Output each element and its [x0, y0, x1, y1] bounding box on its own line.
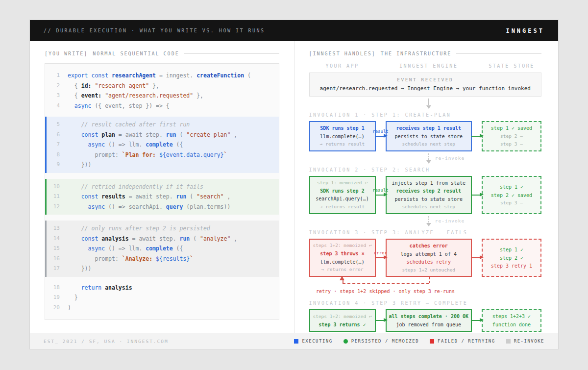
code-line: 4 async ({ event, step }) => { [47, 101, 279, 111]
code-text: async () => searchApi. query (plan.terms… [68, 202, 230, 212]
column-headers: YOUR APP INNGEST ENGINE STATE STORE [309, 63, 542, 69]
legend-swatch-icon [430, 339, 434, 344]
invocation-row: steps 1+2: memoized ↩step 3 throws ×llm.… [309, 239, 542, 277]
engine-box: receives step 1 resultpersists to state … [386, 121, 472, 151]
arrow-label: result [372, 188, 389, 193]
code-line: 6 const plan = await step. run ( "create… [47, 130, 279, 140]
engine-box: all steps complete · 200 OKjob removed f… [386, 309, 472, 332]
state-box: steps 1+2+3 ✓function done [482, 309, 541, 332]
right-section-heading: [INNGEST HANDLES] THE INFRASTRUCTURE [309, 51, 542, 56]
code-text: return analysis [68, 283, 132, 293]
code-text: })) [68, 264, 91, 274]
box-line: llm.complete(…) [311, 259, 374, 266]
persist-arrow [472, 176, 482, 214]
box-line: persists to state store [388, 196, 470, 203]
code-text: { event: "agent/research.requested" }, [68, 91, 203, 101]
app-box: steps 1+2: memoized ↩step 3 returns ✓ [309, 309, 376, 332]
arrow-head-icon [384, 134, 388, 138]
code-line: 11 const results = await step. run ( "se… [47, 192, 279, 202]
box-line: logs attempt 1 of 4 [388, 251, 470, 258]
persist-arrow [472, 309, 482, 332]
box-line: searchApi.query(…) [311, 196, 374, 202]
code-line: 9 })) [47, 160, 279, 170]
left-section-title: NORMAL SEQUENTIAL CODE [93, 51, 179, 56]
box-line: step 2 — [484, 133, 539, 140]
legend-label: EXECUTING [302, 339, 332, 344]
reinvoke-connector: re-invoke [309, 151, 542, 167]
box-line: all steps complete · 200 OK [388, 313, 470, 320]
line-number: 18 [47, 283, 60, 293]
code-text: ) [68, 303, 71, 313]
box-line: step 3 throws × [311, 250, 374, 257]
box-line: step 1 ✓ saved [484, 125, 539, 132]
line-number: 10 [47, 182, 60, 192]
invocation-label: INVOCATION 3 · STEP 3: ANALYZE — FAILS [309, 230, 542, 235]
line-number: 12 [47, 202, 60, 212]
app-box: step 1: memoized ↩SDK runs step 2searchA… [309, 176, 376, 214]
arrow-head-icon [480, 193, 484, 197]
code-text: async () => llm. complete ({ [68, 244, 183, 254]
persist-arrow [472, 239, 482, 277]
legend-swatch-icon [506, 339, 511, 344]
engine-box: injects step 1 from statereceives step 2… [386, 176, 472, 214]
box-line: schedules next step [388, 204, 470, 210]
invocation-row: SDK runs step 1llm.complete(…)→ returns … [309, 121, 542, 151]
retry-label: retry · steps 1+2 skipped · only step 3 … [316, 289, 455, 294]
app-box: steps 1+2: memoized ↩step 3 throws ×llm.… [309, 239, 376, 277]
result-arrow: result [376, 121, 386, 151]
column-your-app: YOUR APP [309, 63, 376, 69]
arrow-head-icon [426, 160, 431, 164]
top-bar: // DURABLE EXECUTION · WHAT YOU WRITE VS… [30, 20, 558, 41]
box-line: → returns result [311, 141, 374, 148]
event-banner-subtitle: agent/research.requested → Inngest Engin… [313, 85, 539, 92]
result-arrow: result [376, 176, 386, 214]
box-line: step 1 ✓ [484, 184, 539, 191]
box-line: steps 1+2+3 ✓ [484, 313, 539, 320]
arrow-label: result [372, 129, 389, 134]
legend-swatch-icon [294, 339, 298, 344]
retry-path-up [343, 280, 343, 284]
line-number: 11 [47, 192, 60, 202]
column-state-store: STATE STORE [482, 63, 541, 69]
arrow-head-icon [426, 223, 431, 226]
code-line: 18 return analysis [47, 283, 279, 293]
box-line: injects step 1 from state [388, 180, 470, 187]
legend-label: RE-INVOKE [514, 339, 544, 344]
engine-box: catches errorlogs attempt 1 of 4schedule… [386, 239, 472, 277]
code-line: 19 } [47, 293, 279, 303]
arrow-label: error [374, 250, 387, 255]
footer-bar: EST_ 2021 / SF, USA · INNGEST.COM EXECUT… [30, 333, 558, 349]
code-text: prompt: `Plan for: ${event.data.query}` [68, 150, 227, 160]
box-line: function done [484, 321, 539, 328]
footer-text: EST_ 2021 / SF, USA · INNGEST.COM [44, 339, 169, 344]
right-section-label: [INNGEST HANDLES] [309, 51, 376, 56]
box-line: step 3 — [484, 200, 539, 206]
code-pane: [YOU WRITE] NORMAL SEQUENTIAL CODE 1expo… [30, 41, 294, 333]
invocation-row: step 1: memoized ↩SDK runs step 2searchA… [309, 176, 542, 214]
line-number: 13 [47, 223, 60, 234]
result-arrow [376, 309, 386, 332]
app-box: SDK runs step 1llm.complete(…)→ returns … [309, 121, 376, 151]
line-number: 1 [47, 71, 60, 81]
code-line: 8 prompt: `Plan for: ${event.data.query}… [47, 150, 279, 160]
line-number: 14 [47, 234, 60, 244]
code-panel: 1export const researchAgent = inngest. c… [45, 63, 279, 320]
invocation-flow: INVOCATION 1 · STEP 1: CREATE-PLANSDK ru… [309, 112, 542, 332]
box-line: receives step 2 result [388, 188, 470, 195]
reinvoke-label: re-invoke [435, 155, 465, 161]
box-line: steps 1+2: memoized ↩ [311, 243, 374, 249]
code-line: 2 { id: "research-agent" }, [47, 81, 279, 91]
box-line: llm.complete(…) [311, 133, 374, 140]
line-number: 17 [47, 264, 60, 274]
box-line: job removed from queue [388, 321, 470, 328]
event-received-banner: EVENT RECEIVED agent/research.requested … [309, 73, 542, 97]
line-number: 9 [47, 160, 60, 170]
box-line: step 2 ✓ [484, 255, 539, 262]
state-box: step 1 ✓step 2 ✓step 3 retry 1 [482, 239, 541, 277]
content-area: [YOU WRITE] NORMAL SEQUENTIAL CODE 1expo… [30, 41, 558, 333]
box-line: steps 1+2: memoized ↩ [311, 314, 374, 320]
code-group: 18 return analysis19 }20) [45, 283, 279, 313]
code-line: 1export const researchAgent = inngest. c… [47, 71, 279, 81]
reinvoke-label: re-invoke [435, 218, 465, 223]
arrow-head-icon [340, 276, 344, 280]
